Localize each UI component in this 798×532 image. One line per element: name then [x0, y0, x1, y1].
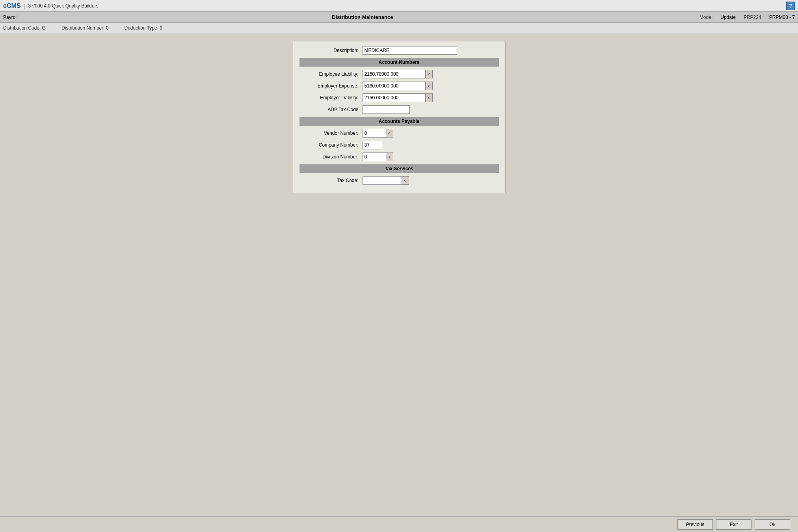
ecms-logo: eCMS [3, 2, 20, 9]
menu-right: Mode: Update PRP224 PRPM08 - 7 [699, 15, 795, 20]
help-button[interactable]: ? [786, 2, 795, 10]
division-number-row: Division Number: < [299, 153, 499, 161]
distribution-number-label: Distribution Number: [61, 25, 104, 31]
tax-code-label: Tax Code: [299, 178, 363, 183]
employer-expense-lookup-button[interactable]: < [426, 82, 433, 90]
adp-tax-code-row: ADP Tax Code [299, 105, 499, 114]
vendor-number-lookup-button[interactable]: < [386, 129, 393, 138]
deduction-type-label: Deduction Type: [124, 25, 158, 31]
division-number-field: < [363, 153, 393, 161]
exit-button[interactable]: Exit [716, 519, 751, 530]
employer-liability-field: < [363, 93, 433, 102]
company-number-input[interactable] [363, 141, 382, 149]
accounts-payable-header: Accounts Payable [299, 117, 499, 126]
menu-title: Distribution Maintenance [26, 14, 699, 20]
employer-liability-lookup-button[interactable]: < [426, 93, 433, 102]
description-row: Description: [299, 46, 499, 55]
tax-code-row: Tax Code: < [299, 176, 499, 185]
division-number-label: Division Number: [299, 154, 363, 160]
form-panel: Description: Account Numbers Employee Li… [293, 41, 506, 193]
adp-tax-code-input[interactable] [363, 105, 410, 114]
title-divider: | [24, 3, 25, 9]
menu-bar: Payroll Distribution Maintenance Mode: U… [0, 12, 798, 23]
employer-liability-input[interactable] [363, 93, 426, 102]
employee-liability-lookup-button[interactable]: < [426, 70, 433, 78]
distribution-code-item: Distribution Code: G [3, 25, 46, 31]
employee-liability-label: Employee Liability: [299, 71, 363, 77]
employee-liability-row: Employee Liability: < [299, 70, 499, 78]
screen-label: PRPM08 - 7 [769, 15, 795, 20]
bottom-bar: Previous Exit Ok [0, 516, 798, 532]
deduction-type-item: Deduction Type: 0 [124, 25, 162, 31]
adp-tax-code-label: ADP Tax Code [299, 107, 363, 112]
company-number-row: Company Number: [299, 141, 499, 149]
distribution-code-val: G [42, 25, 46, 31]
account-numbers-header: Account Numbers [299, 58, 499, 67]
employer-expense-label: Employer Expense: [299, 83, 363, 89]
tax-code-field: < [363, 176, 409, 185]
employer-expense-field: < [363, 82, 433, 90]
description-input[interactable] [363, 46, 457, 55]
division-number-lookup-button[interactable]: < [386, 153, 393, 161]
menu-payroll[interactable]: Payroll [3, 15, 18, 20]
employer-expense-input[interactable] [363, 82, 426, 90]
deduction-type-val: 0 [160, 25, 162, 31]
tax-code-lookup-button[interactable]: < [402, 176, 409, 185]
vendor-number-label: Vendor Number: [299, 130, 363, 136]
distribution-number-val: 0 [106, 25, 109, 31]
distribution-number-item: Distribution Number: 0 [61, 25, 108, 31]
employee-liability-input[interactable] [363, 70, 426, 78]
employer-liability-label: Employer Liability: [299, 95, 363, 100]
employer-liability-row: Employer Liability: < [299, 93, 499, 102]
title-bar: eCMS | 37/000 4.0 Quick Quality Builders… [0, 0, 798, 12]
vendor-number-field: < [363, 129, 393, 138]
tax-code-input[interactable] [363, 176, 402, 185]
mode-label: Mode: [699, 15, 712, 20]
employee-liability-field: < [363, 70, 433, 78]
description-label: Description: [299, 48, 363, 53]
company-number-label: Company Number: [299, 142, 363, 148]
division-number-input[interactable] [363, 153, 386, 161]
mode-value: Update [720, 15, 736, 20]
tax-services-header: Tax Services [299, 164, 499, 173]
title-info: 37/000 4.0 Quick Quality Builders [28, 3, 99, 9]
distribution-code-label: Distribution Code: [3, 25, 41, 31]
main-content: Description: Account Numbers Employee Li… [0, 33, 798, 201]
vendor-number-input[interactable] [363, 129, 386, 138]
program-label: PRP224 [744, 15, 761, 20]
vendor-number-row: Vendor Number: < [299, 129, 499, 138]
info-bar: Distribution Code: G Distribution Number… [0, 23, 798, 33]
employer-expense-row: Employer Expense: < [299, 82, 499, 90]
ok-button[interactable]: Ok [755, 519, 790, 530]
previous-button[interactable]: Previous [677, 519, 713, 530]
